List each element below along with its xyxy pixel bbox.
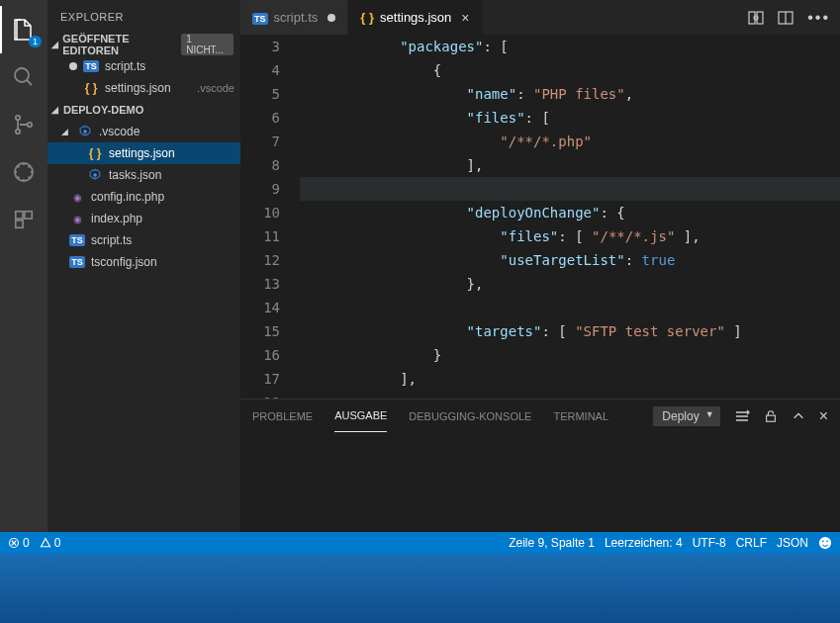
svg-point-2: [16, 130, 20, 134]
editor-tab[interactable]: { }settings.json×: [348, 0, 482, 35]
panel-tab[interactable]: TERMINAL: [553, 400, 608, 432]
tree-item[interactable]: TStsconfig.json: [47, 251, 240, 273]
file-icon: { }: [87, 146, 103, 160]
svg-point-8: [83, 130, 87, 134]
activity-debug[interactable]: [0, 148, 47, 196]
status-language[interactable]: JSON: [777, 536, 808, 550]
open-editors-header[interactable]: ◢ GEÖFFNETE EDITOREN 1 NICHT...: [47, 34, 240, 55]
svg-point-1: [16, 116, 20, 120]
status-indent[interactable]: Leerzeichen: 4: [605, 536, 683, 550]
activity-search[interactable]: [0, 53, 47, 101]
svg-rect-6: [25, 212, 32, 219]
svg-point-17: [822, 540, 824, 542]
dirty-indicator-icon: [327, 14, 335, 22]
tree-folder[interactable]: ◢.vscode: [47, 121, 240, 142]
tree-item[interactable]: TSscript.ts: [47, 229, 240, 251]
dirty-indicator-icon: [69, 62, 77, 70]
sidebar-title: EXPLORER: [47, 0, 240, 34]
file-icon: [87, 168, 103, 182]
status-bar: 0 0 Zeile 9, Spalte 1 Leerzeichen: 4 UTF…: [0, 532, 840, 554]
svg-point-16: [819, 537, 831, 549]
maximize-panel-icon[interactable]: [792, 409, 805, 423]
file-icon: TS: [69, 234, 85, 246]
svg-point-4: [15, 163, 33, 181]
chevron-down-icon: ◢: [51, 40, 60, 49]
file-icon: TS: [252, 10, 268, 25]
project-header[interactable]: ◢ DEPLOY-DEMO: [47, 99, 240, 121]
file-icon: { }: [360, 10, 374, 25]
split-editor-icon[interactable]: [778, 10, 793, 26]
output-channel-dropdown[interactable]: Deploy: [653, 406, 719, 426]
code-editor[interactable]: 345678910111213141516171819 "packages": …: [240, 35, 840, 399]
status-eol[interactable]: CRLF: [736, 536, 767, 550]
file-icon: ◉: [69, 192, 85, 203]
svg-point-9: [93, 173, 97, 177]
file-icon: TS: [83, 60, 99, 72]
status-cursor-position[interactable]: Zeile 9, Spalte 1: [509, 536, 595, 550]
editor-pane: TSscript.ts{ }settings.json× ••• 3456789…: [240, 0, 840, 532]
svg-rect-14: [766, 415, 775, 421]
svg-point-3: [28, 123, 32, 127]
activity-scm[interactable]: [0, 101, 47, 148]
status-feedback-icon[interactable]: [818, 536, 832, 550]
status-encoding[interactable]: UTF-8: [693, 536, 726, 550]
chevron-down-icon: ◢: [61, 127, 71, 136]
panel-tab[interactable]: PROBLEME: [252, 400, 313, 432]
close-tab-icon[interactable]: ×: [461, 10, 469, 26]
svg-point-12: [754, 16, 758, 20]
clear-output-icon[interactable]: [734, 408, 750, 424]
file-icon: { }: [83, 81, 99, 95]
sidebar: EXPLORER ◢ GEÖFFNETE EDITOREN 1 NICHT...…: [47, 0, 240, 532]
close-panel-icon[interactable]: ×: [819, 407, 828, 425]
tab-bar: TSscript.ts{ }settings.json× •••: [240, 0, 840, 35]
open-editor-item[interactable]: TSscript.ts: [47, 55, 240, 77]
panel-tab[interactable]: DEBUGGING-KONSOLE: [409, 400, 531, 432]
panel-tab[interactable]: AUSGABE: [334, 400, 387, 432]
explorer-badge: 1: [29, 36, 42, 47]
compare-icon[interactable]: [748, 10, 764, 26]
more-icon[interactable]: •••: [807, 9, 830, 27]
lock-scroll-icon[interactable]: [764, 409, 778, 423]
file-icon: ◉: [69, 214, 85, 224]
svg-point-0: [15, 68, 29, 82]
editor-tab[interactable]: TSscript.ts: [240, 0, 348, 35]
tree-item[interactable]: tasks.json: [47, 164, 240, 186]
svg-rect-7: [16, 221, 23, 227]
open-editor-item[interactable]: { }settings.json.vscode: [47, 77, 240, 99]
tree-item-active[interactable]: { }settings.json: [47, 142, 240, 164]
bottom-panel: PROBLEMEAUSGABEDEBUGGING-KONSOLETERMINAL…: [240, 399, 840, 532]
chevron-down-icon: ◢: [51, 105, 61, 115]
tree-item[interactable]: ◉index.php: [47, 208, 240, 229]
svg-rect-5: [16, 212, 23, 219]
activity-explorer[interactable]: 1: [0, 6, 47, 53]
file-icon: TS: [69, 256, 85, 268]
status-errors[interactable]: 0: [8, 536, 30, 550]
status-warnings[interactable]: 0: [40, 536, 61, 550]
desktop-background: [0, 554, 840, 623]
activity-extensions[interactable]: [0, 196, 47, 243]
activity-bar: 1: [0, 0, 47, 532]
svg-point-18: [826, 540, 828, 542]
tree-item[interactable]: ◉config.inc.php: [47, 186, 240, 208]
folder-icon: [77, 125, 93, 138]
